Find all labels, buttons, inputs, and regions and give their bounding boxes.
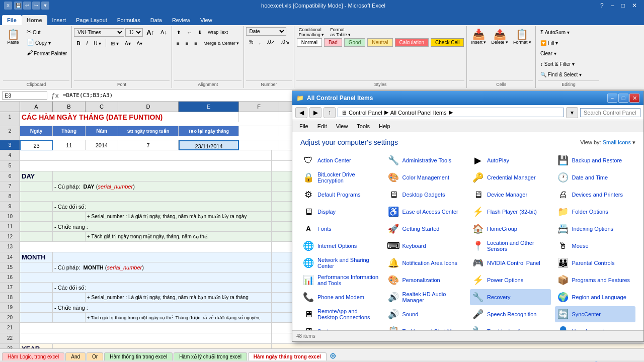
style-neutral[interactable]: Neutral [367,38,392,47]
tab-view[interactable]: View [195,15,217,25]
cp-forward-btn[interactable]: ▶ [309,107,321,118]
cp-item-getting-started[interactable]: 🚀 Getting Started [385,221,466,237]
col-header-d[interactable]: D [118,102,179,112]
row-num-23[interactable]: 23 [0,344,20,348]
cp-item-region[interactable]: 🌍 Region and Language [555,289,636,305]
cp-item-network[interactable]: 🌐 Network and Sharing Center [300,255,381,271]
cell-a19[interactable] [20,303,53,313]
format-as-table-btn[interactable]: Formatas Table ▾ [328,27,353,37]
cp-back-btn[interactable]: ◀ [295,107,307,118]
cell-a3[interactable]: 23 [20,140,53,150]
autosum-btn[interactable]: Σ AutoSum ▾ [538,27,572,37]
cp-item-remoteapp[interactable]: 🖥 RemoteApp and Desktop Connections [300,306,381,322]
cell-b19[interactable]: - Chức năng : [53,303,272,313]
close-btn[interactable]: ✕ [629,0,640,11]
row-num-19[interactable]: 19 [0,303,20,312]
align-middle-btn[interactable]: ↔ [184,27,194,37]
tab-file[interactable]: File [2,15,22,25]
cell-b9[interactable]: - Các đối số: [53,202,272,212]
fill-color-button[interactable]: A▾ [122,38,133,48]
decrease-font-btn[interactable]: A↓ [158,27,170,37]
cp-item-ease-access[interactable]: ♿ Ease of Access Center [385,204,466,220]
sheet-tab-and[interactable]: And [65,352,86,360]
tab-page-layout[interactable]: Page Layout [71,15,112,25]
sheet-tab-ham-thong-tin[interactable]: Hàm thông tin trong excel [104,352,173,360]
cell-b11[interactable]: - Chức năng : [53,222,272,232]
col-header-e[interactable]: E [179,102,239,112]
cp-item-default-programs[interactable]: ⚙ Default Programs [300,187,381,203]
cp-up-btn[interactable]: ↑ [324,107,336,118]
increase-font-btn[interactable]: A↑ [144,27,157,37]
help-btn[interactable]: ? [597,0,607,11]
cell-d2[interactable]: Stt ngày trong tuần [118,126,179,136]
find-select-btn[interactable]: 🔍 Find & Select ▾ [538,69,584,79]
row-num-17[interactable]: 17 [0,283,20,292]
cp-item-admin-tools[interactable]: 🔧 Administrative Tools [385,152,466,168]
row-num-3[interactable]: 3 [0,140,20,150]
cp-item-system[interactable]: 🖥 System [300,323,381,330]
border-button[interactable]: ⊞ ▾ [108,38,121,48]
tab-data[interactable]: Data [145,15,167,25]
cell-a23[interactable]: YEAR [20,344,53,348]
cp-item-power[interactable]: ⚡ Power Options [470,272,551,288]
cell-a13[interactable] [20,242,272,252]
row-num-8[interactable]: 8 [0,192,20,201]
cell-b23[interactable] [53,344,272,348]
cell-a4[interactable] [20,150,272,160]
row-num-5[interactable]: 5 [0,161,20,171]
cp-item-flash[interactable]: ⚡ Flash Player (32-bit) [470,204,551,220]
cp-item-homegroup[interactable]: 🏠 HomeGroup [470,221,551,237]
cp-item-action-center[interactable]: 🛡 Action Center [300,152,381,168]
cp-restore-btn[interactable]: □ [618,94,628,103]
style-calc[interactable]: Calculation [395,38,429,47]
menu-edit[interactable]: Edit [313,122,331,130]
font-name-select[interactable]: VNI-Times [74,28,124,37]
cell-b17[interactable]: - Các đối số: [53,283,272,293]
cp-item-display[interactable]: 🖥 Display [300,204,381,220]
cell-a1[interactable]: CÁC HÀM NGÀY THÁNG (DATE FUNTION) [20,112,239,122]
cell-c2[interactable]: Năm [86,126,118,136]
cp-item-folder-options[interactable]: 📁 Folder Options [555,204,636,220]
col-header-f[interactable]: F [239,102,279,112]
cell-c18[interactable]: + Serial_number : Là giá trị ngày, tháng… [86,293,272,303]
row-num-14[interactable]: 14 [0,252,20,262]
cp-item-taskbar[interactable]: 📋 Taskbar and Start Menu [385,323,466,330]
cp-item-user-accounts[interactable]: 👤 User Accounts [555,323,636,330]
cell-c3[interactable]: 2014 [86,140,118,150]
cp-item-location[interactable]: 📍 Location and Other Sensors [470,238,551,254]
cell-f3[interactable] [239,140,279,150]
cp-item-internet-options[interactable]: 🌐 Internet Options [300,238,381,254]
row-num-9[interactable]: 9 [0,202,20,211]
sort-filter-btn[interactable]: ↕ Sort & Filter ▾ [538,59,577,69]
cp-item-autoplay[interactable]: ▶ AutoPlay [470,152,551,168]
insert-btn[interactable]: 📥 Insert ▾ [469,27,488,60]
style-normal[interactable]: Normal [297,38,322,47]
col-header-b[interactable]: B [53,102,86,112]
cell-b10[interactable] [53,212,86,222]
row-num-1[interactable]: 1 [0,112,20,126]
cp-item-mouse[interactable]: 🖱 Mouse [555,238,636,254]
tab-insert[interactable]: Insert [47,15,71,25]
cell-a9[interactable] [20,202,53,212]
style-bad[interactable]: Bad [324,38,342,47]
cell-a20[interactable] [20,313,53,323]
minimize-btn[interactable]: − [608,0,617,11]
cell-b12[interactable] [53,232,86,242]
cp-item-phone-modem[interactable]: 📞 Phone and Modem [300,289,381,305]
cp-item-color-mgmt[interactable]: 🎨 Color Management [385,169,466,186]
align-top-btn[interactable]: ⬆ [174,27,183,37]
cp-item-date-time[interactable]: 🕐 Date and Time [555,169,636,186]
cell-b14[interactable] [53,252,272,262]
font-color-button[interactable]: A▾ [134,38,145,48]
align-bottom-btn[interactable]: ⬇ [195,27,204,37]
cell-a22[interactable] [20,333,272,343]
cell-b18[interactable] [53,293,86,303]
delete-btn[interactable]: 📤 Delete ▾ [489,27,510,60]
save-quick-btn[interactable]: 💾 [14,2,22,10]
cell-c12[interactable]: + Tách giá trị ngày trong một ngày, thán… [86,232,272,242]
cell-a5[interactable] [20,161,272,171]
cell-b20[interactable] [53,313,86,323]
bold-button[interactable]: B [74,38,83,48]
align-right-btn[interactable]: ≡ [192,38,200,48]
cell-c20[interactable]: + Tách giá trị tháng trong một ngày cụ t… [86,313,272,323]
